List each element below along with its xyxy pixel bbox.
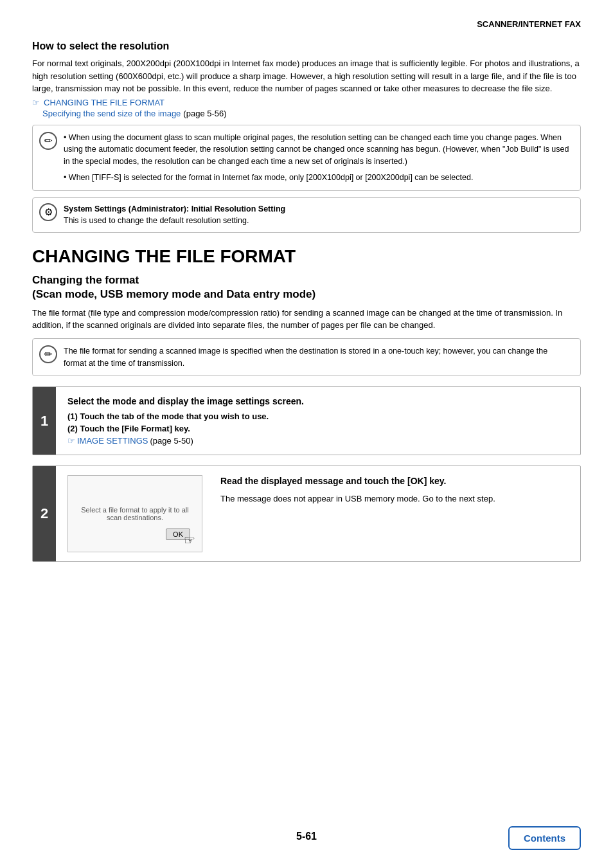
step2-image-text: Select a file format to apply it to all …	[68, 500, 202, 528]
changing-format-heading: Changing the format (Scan mode, USB memo…	[32, 273, 581, 302]
main-heading: CHANGING THE FILE FORMAT	[32, 247, 581, 267]
step2-image: Select a file format to apply it to all …	[67, 475, 202, 552]
note1-bullet-1: When using the document glass to scan mu…	[64, 132, 571, 168]
resolution-body: For normal text originals, 200X200dpi (2…	[32, 57, 581, 95]
step1-link-text[interactable]: IMAGE SETTINGS	[77, 436, 148, 446]
pencil-icon-2: ✏	[39, 345, 57, 363]
link1-icon: ☞	[32, 98, 40, 107]
note2-content: The file format for sending a scanned im…	[64, 345, 571, 370]
page: SCANNER/INTERNET FAX How to select the r…	[0, 0, 613, 868]
settings-body: This is used to change the default resol…	[64, 216, 249, 225]
link-row-2: Specifying the send size of the image (p…	[42, 109, 581, 118]
pencil-icon: ✏	[39, 132, 57, 150]
note1-content: When using the document glass to scan mu…	[64, 132, 571, 184]
resolution-heading: How to select the resolution	[32, 41, 581, 52]
step2-number: 2	[33, 466, 56, 561]
step1-link-icon: ☞	[67, 436, 75, 446]
gear-icon: ⚙	[39, 203, 57, 221]
step1-section: 1 Select the mode and display the image …	[32, 386, 581, 455]
step2-right: Read the displayed message and touch the…	[220, 475, 569, 505]
note-box-1: ✏ When using the document glass to scan …	[32, 125, 581, 191]
step1-sub2: (2) Touch the [File Format] key.	[67, 424, 569, 433]
note2-text: The file format for sending a scanned im…	[64, 347, 547, 368]
settings-box: ⚙ System Settings (Administrator): Initi…	[32, 197, 581, 233]
changing-format-title: Changing the format	[32, 274, 139, 286]
note1-bullet-2: When [TIFF-S] is selected for the format…	[64, 172, 571, 184]
changing-format-subheading: (Scan mode, USB memory mode and Data ent…	[32, 288, 315, 300]
link2-suffix: (page 5-56)	[183, 109, 226, 118]
link-row-1: ☞ CHANGING THE FILE FORMAT	[32, 98, 581, 107]
settings-bold: System Settings (Administrator): Initial…	[64, 204, 285, 213]
settings-content: System Settings (Administrator): Initial…	[64, 203, 285, 228]
step2-section: 2 Select a file format to apply it to al…	[32, 466, 581, 562]
step1-sub1: (1) Touch the tab of the mode that you w…	[67, 411, 569, 421]
note-box-2: ✏ The file format for sending a scanned …	[32, 338, 581, 377]
step2-inner: Select a file format to apply it to all …	[56, 466, 580, 561]
step2-body: The message does not appear in USB memor…	[220, 493, 569, 505]
step1-link-row: ☞ IMAGE SETTINGS (page 5-50)	[67, 436, 569, 446]
changing-format-body: The file format (file type and compressi…	[32, 307, 581, 332]
step1-number: 1	[33, 387, 56, 455]
step1-content: Select the mode and display the image se…	[56, 387, 580, 455]
step1-link-suffix: (page 5-50)	[150, 436, 193, 446]
link1-text[interactable]: CHANGING THE FILE FORMAT	[44, 98, 164, 107]
step1-heading: Select the mode and display the image se…	[67, 396, 569, 406]
contents-button[interactable]: Contents	[508, 826, 581, 850]
link2-text[interactable]: Specifying the send size of the image	[42, 109, 181, 118]
header-title: SCANNER/INTERNET FAX	[477, 19, 581, 29]
hand-icon: ☞	[184, 532, 195, 548]
step2-heading: Read the displayed message and touch the…	[220, 475, 569, 487]
page-header: SCANNER/INTERNET FAX	[32, 19, 581, 29]
